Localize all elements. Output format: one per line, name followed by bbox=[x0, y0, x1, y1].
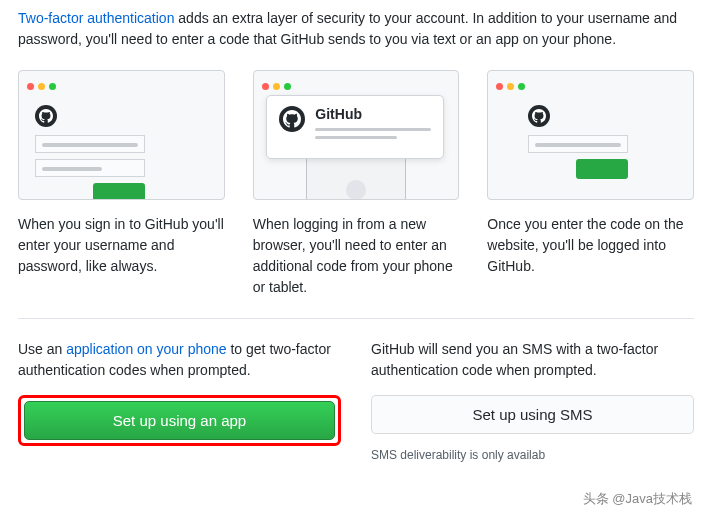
caption-2: When logging in from a new browser, you'… bbox=[253, 214, 460, 298]
divider bbox=[18, 318, 694, 319]
setup-sms-text: GitHub will send you an SMS with a two-f… bbox=[371, 339, 694, 381]
window-dots bbox=[19, 71, 224, 99]
setup-options: Use an application on your phone to get … bbox=[18, 339, 694, 462]
illustration-code bbox=[487, 70, 694, 200]
setup-sms-button[interactable]: Set up using SMS bbox=[371, 395, 694, 434]
github-icon bbox=[528, 105, 550, 127]
setup-app-button[interactable]: Set up using an app bbox=[24, 401, 335, 440]
window-dots bbox=[488, 71, 693, 99]
illustration-login bbox=[18, 70, 225, 200]
step-1: When you sign in to GitHub you'll enter … bbox=[18, 70, 225, 298]
step-3: Once you enter the code on the website, … bbox=[487, 70, 694, 298]
github-notification-card: GitHub bbox=[266, 95, 444, 159]
highlight-box: Set up using an app bbox=[18, 395, 341, 446]
caption-3: Once you enter the code on the website, … bbox=[487, 214, 694, 277]
setup-sms-col: GitHub will send you an SMS with a two-f… bbox=[371, 339, 694, 462]
intro-text: Two-factor authentication adds an extra … bbox=[18, 8, 694, 50]
github-icon bbox=[279, 106, 305, 132]
illustration-phone: GitHub bbox=[253, 70, 460, 200]
sms-note: SMS deliverability is only availab bbox=[371, 448, 694, 462]
setup-app-text: Use an application on your phone to get … bbox=[18, 339, 341, 381]
github-icon bbox=[35, 105, 57, 127]
app-link[interactable]: application on your phone bbox=[66, 341, 226, 357]
setup-app-col: Use an application on your phone to get … bbox=[18, 339, 341, 462]
step-2: GitHub When logging in from a new browse… bbox=[253, 70, 460, 298]
card-title: GitHub bbox=[315, 106, 431, 122]
two-factor-link[interactable]: Two-factor authentication bbox=[18, 10, 174, 26]
illustration-row: When you sign in to GitHub you'll enter … bbox=[18, 70, 694, 298]
caption-1: When you sign in to GitHub you'll enter … bbox=[18, 214, 225, 277]
